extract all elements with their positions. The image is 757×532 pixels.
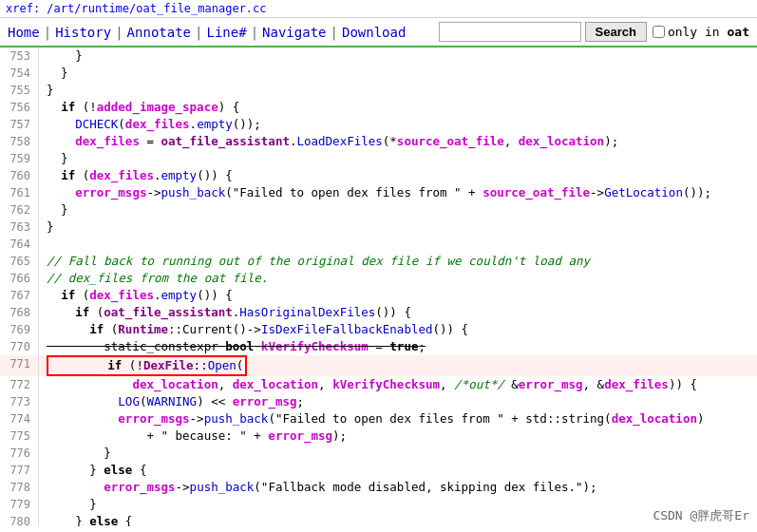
table-row: 780 } else { bbox=[0, 513, 757, 526]
line-number: 780 bbox=[0, 513, 39, 526]
line-number: 768 bbox=[0, 304, 39, 321]
title-prefix: xref: bbox=[6, 2, 40, 15]
title-path[interactable]: /art/runtime/oat_file_manager.cc bbox=[47, 2, 266, 15]
code-line: } bbox=[39, 82, 757, 99]
table-row: 775 + " because: " + error_msg); bbox=[0, 428, 757, 445]
table-row: 761 error_msgs->push_back("Failed to ope… bbox=[0, 184, 757, 201]
code-line: } bbox=[39, 445, 757, 462]
code-line: } bbox=[39, 218, 757, 236]
search-input[interactable] bbox=[439, 22, 581, 42]
nav-home[interactable]: Home bbox=[8, 25, 40, 40]
table-row: 758 dex_files = oat_file_assistant.LoadD… bbox=[0, 133, 757, 150]
code-line: static_constexpr bool kVerifyChecksum = … bbox=[39, 338, 757, 355]
nav-sep-1: | bbox=[44, 25, 51, 40]
nav-navigate[interactable]: Navigate bbox=[262, 25, 326, 40]
code-line: if (oat_file_assistant.HasOriginalDexFil… bbox=[39, 304, 757, 321]
table-row: 757 DCHECK(dex_files.empty()); bbox=[0, 116, 757, 133]
line-number: 778 bbox=[0, 479, 39, 496]
table-row: 776 } bbox=[0, 445, 757, 462]
only-in-checkbox[interactable] bbox=[653, 26, 665, 38]
line-number: 771 bbox=[0, 355, 39, 376]
code-line: error_msgs->push_back("Failed to open de… bbox=[39, 184, 757, 201]
table-row: 777 } else { bbox=[0, 462, 757, 479]
nav-history[interactable]: History bbox=[55, 25, 111, 40]
table-row: 766// dex_files from the oat file. bbox=[0, 270, 757, 287]
table-row: 774 error_msgs->push_back("Failed to ope… bbox=[0, 410, 757, 428]
line-number: 756 bbox=[0, 99, 39, 116]
code-line: if (dex_files.empty()) { bbox=[39, 167, 757, 184]
line-number: 765 bbox=[0, 253, 39, 270]
code-line: } bbox=[39, 150, 757, 167]
table-row: 769 if (Runtime::Current()->IsDexFileFal… bbox=[0, 321, 757, 338]
table-row: 768 if (oat_file_assistant.HasOriginalDe… bbox=[0, 304, 757, 321]
table-row: 760 if (dex_files.empty()) { bbox=[0, 167, 757, 184]
code-line: // dex_files from the oat file. bbox=[39, 270, 757, 287]
title-bar: xref: /art/runtime/oat_file_manager.cc bbox=[0, 0, 757, 18]
line-number: 762 bbox=[0, 201, 39, 218]
code-line: } else { bbox=[39, 462, 757, 479]
code-line: if (Runtime::Current()->IsDexFileFallbac… bbox=[39, 321, 757, 338]
code-line: if (!added_image_space) { bbox=[39, 99, 757, 116]
table-row: 778 error_msgs->push_back("Fallback mode… bbox=[0, 479, 757, 496]
watermark: CSDN @胖虎哥Er bbox=[653, 507, 749, 524]
table-row: 753 } bbox=[0, 48, 757, 65]
nav-sep-4: | bbox=[251, 25, 258, 40]
nav-sep-5: | bbox=[331, 25, 338, 40]
line-number: 767 bbox=[0, 287, 39, 304]
code-line: error_msgs->push_back("Failed to open de… bbox=[39, 410, 757, 428]
line-number: 760 bbox=[0, 167, 39, 184]
search-button[interactable]: Search bbox=[585, 22, 647, 42]
nav-sep-2: | bbox=[115, 25, 123, 40]
code-table: 753 }754 }755}756 if (!added_image_space… bbox=[0, 48, 757, 526]
nav-download[interactable]: Download bbox=[342, 25, 406, 40]
table-row: 779 } bbox=[0, 496, 757, 513]
table-row: 755} bbox=[0, 82, 757, 99]
table-row: 771 if (!DexFile::Open( bbox=[0, 355, 757, 376]
line-number: 773 bbox=[0, 393, 39, 410]
line-number: 758 bbox=[0, 133, 39, 150]
line-number: 755 bbox=[0, 82, 39, 99]
line-number: 766 bbox=[0, 270, 39, 287]
line-number: 774 bbox=[0, 410, 39, 428]
line-number: 776 bbox=[0, 445, 39, 462]
line-number: 770 bbox=[0, 338, 39, 355]
table-row: 754 } bbox=[0, 65, 757, 82]
code-line: } bbox=[39, 496, 757, 513]
code-line: error_msgs->push_back("Fallback mode dis… bbox=[39, 479, 757, 496]
code-line: } else { bbox=[39, 513, 757, 526]
code-line: dex_location, dex_location, kVerifyCheck… bbox=[39, 376, 757, 393]
nav-annotate[interactable]: Annotate bbox=[127, 25, 191, 40]
only-in-label: only in oat bbox=[668, 25, 749, 39]
line-number: 777 bbox=[0, 462, 39, 479]
code-line bbox=[39, 236, 757, 253]
line-number: 775 bbox=[0, 428, 39, 445]
line-number: 757 bbox=[0, 116, 39, 133]
line-number: 763 bbox=[0, 218, 39, 236]
table-row: 756 if (!added_image_space) { bbox=[0, 99, 757, 116]
code-line: if (!DexFile::Open( bbox=[39, 355, 757, 376]
table-row: 770 static_constexpr bool kVerifyChecksu… bbox=[0, 338, 757, 355]
line-number: 772 bbox=[0, 376, 39, 393]
code-line: } bbox=[39, 201, 757, 218]
line-number: 769 bbox=[0, 321, 39, 338]
code-line: // Fall back to running out of the origi… bbox=[39, 253, 757, 270]
code-line: if (dex_files.empty()) { bbox=[39, 287, 757, 304]
table-row: 764 bbox=[0, 236, 757, 253]
table-row: 767 if (dex_files.empty()) { bbox=[0, 287, 757, 304]
code-line: } bbox=[39, 48, 757, 65]
table-row: 765// Fall back to running out of the or… bbox=[0, 253, 757, 270]
line-number: 761 bbox=[0, 184, 39, 201]
table-row: 759 } bbox=[0, 150, 757, 167]
line-number: 764 bbox=[0, 236, 39, 253]
table-row: 763} bbox=[0, 218, 757, 236]
table-row: 772 dex_location, dex_location, kVerifyC… bbox=[0, 376, 757, 393]
code-line: DCHECK(dex_files.empty()); bbox=[39, 116, 757, 133]
code-line: LOG(WARNING) << error_msg; bbox=[39, 393, 757, 410]
table-row: 762 } bbox=[0, 201, 757, 218]
line-number: 754 bbox=[0, 65, 39, 82]
line-number: 753 bbox=[0, 48, 39, 65]
nav-linenum[interactable]: Line# bbox=[206, 25, 246, 40]
code-area: 753 }754 }755}756 if (!added_image_space… bbox=[0, 48, 757, 526]
code-line: + " because: " + error_msg); bbox=[39, 428, 757, 445]
code-line: dex_files = oat_file_assistant.LoadDexFi… bbox=[39, 133, 757, 150]
